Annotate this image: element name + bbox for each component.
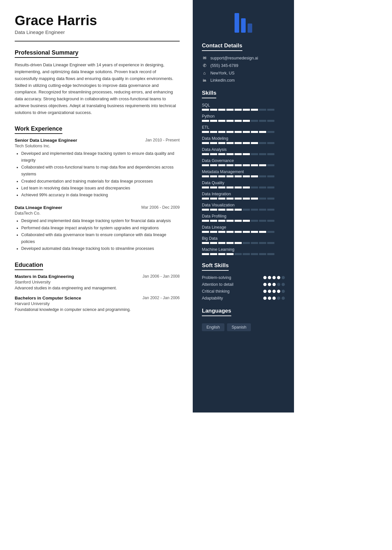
skill-segment (210, 142, 217, 144)
skill-segment (202, 242, 209, 244)
contact-section: Contact Details ✉ support@resumedesign.a… (202, 42, 285, 83)
bullet: Collaborated with data governance team t… (21, 232, 180, 246)
contact-location: ⌂ NewYork, US (202, 71, 285, 75)
bullet: Achieved 99% accuracy in data lineage tr… (21, 192, 180, 199)
logo-area (202, 10, 285, 33)
skill-segment (210, 186, 217, 188)
candidate-name: Grace Harris (15, 13, 180, 28)
skill-segment (235, 153, 242, 155)
skill-segment (218, 186, 225, 188)
skill-segment (243, 253, 250, 255)
skill-segment (267, 220, 274, 222)
skill-segment (267, 242, 274, 244)
edu-dates-1: Jan 2006 - Jan 2008 (142, 274, 180, 279)
skill-segment (251, 231, 258, 233)
skill-item: Metadata Management (202, 170, 285, 177)
skill-segment (210, 198, 217, 200)
skill-item: Data Governance (202, 158, 285, 166)
soft-skills-list: Problem-solvingAttention to detailCritic… (202, 275, 285, 300)
skill-name: Data Modeling (202, 136, 285, 141)
languages-title: Languages (202, 308, 231, 316)
skill-segment (251, 253, 258, 255)
skill-segment (259, 198, 266, 200)
skill-segment (202, 175, 209, 177)
skill-bar (202, 231, 285, 233)
skill-segment (235, 142, 242, 144)
edu-school-2: Harvard University (15, 301, 180, 306)
skill-item: ETL (202, 125, 285, 133)
dots-row (263, 276, 285, 279)
skill-bar (202, 142, 285, 144)
bullet: Created documentation and training mater… (21, 178, 180, 185)
dot (272, 290, 276, 293)
skill-segment (210, 164, 217, 166)
skill-segment (235, 109, 242, 111)
skill-segment (235, 209, 242, 211)
skill-segment (202, 120, 209, 122)
skill-segment (267, 231, 274, 233)
soft-skill-item: Critical thinking (202, 289, 285, 294)
skill-name: Data Quality (202, 181, 285, 185)
skill-segment (218, 109, 225, 111)
skill-segment (267, 164, 274, 166)
skill-segment (259, 164, 266, 166)
skill-segment (226, 120, 234, 122)
contact-title: Contact Details (202, 42, 242, 51)
job-bullets-2: Designed and implemented data lineage tr… (15, 218, 180, 252)
skill-segment (243, 209, 250, 211)
bar-short (248, 24, 252, 33)
skill-segment (267, 120, 274, 122)
skill-segment (226, 131, 234, 133)
phone-icon: ✆ (202, 63, 207, 68)
dot (268, 290, 271, 293)
edu-degree-1: Masters in Data Engineering (15, 274, 74, 279)
skill-bar (202, 131, 285, 133)
dot (263, 276, 267, 279)
skill-segment (251, 220, 258, 222)
skill-name: SQL (202, 103, 285, 107)
skill-segment (259, 175, 266, 177)
skill-name: Data Integration (202, 192, 285, 196)
edu-school-1: Stanford University (15, 280, 180, 284)
skill-segment (210, 131, 217, 133)
job-header-1: Senior Data Lineage Engineer Jan 2010 - … (15, 138, 180, 143)
skill-item: Data Modeling (202, 136, 285, 144)
skill-segment (226, 153, 234, 155)
skill-segment (251, 109, 258, 111)
skill-segment (235, 198, 242, 200)
skill-segment (218, 209, 225, 211)
skill-segment (202, 209, 209, 211)
email-icon: ✉ (202, 56, 207, 60)
bullet: Developed and implemented data lineage t… (21, 150, 180, 164)
skill-segment (218, 175, 225, 177)
bullet: Collaborated with cross-functional teams… (21, 164, 180, 178)
edu-entry-1: Masters in Data Engineering Jan 2006 - J… (15, 274, 180, 290)
skill-segment (218, 242, 225, 244)
skill-item: Data Integration (202, 192, 285, 200)
skill-item: Python (202, 114, 285, 122)
skill-segment (251, 209, 258, 211)
soft-skill-item: Problem-solving (202, 275, 285, 280)
dots-row (263, 290, 285, 293)
skill-segment (202, 109, 209, 111)
skill-name: Machine Learning (202, 247, 285, 252)
bar-medium (241, 18, 246, 33)
linkedin-icon: in (202, 78, 207, 82)
job-header-2: Data Lineage Engineer Mar 2006 - Dec 200… (15, 205, 180, 210)
skill-segment (251, 242, 258, 244)
dot (268, 283, 271, 286)
skill-segment (251, 120, 258, 122)
contact-email: ✉ support@resumedesign.ai (202, 56, 285, 60)
skill-bar (202, 209, 285, 211)
skills-list: SQLPythonETLData ModelingData AnalysisDa… (202, 103, 285, 255)
work-experience-section: Work Experience Senior Data Lineage Engi… (15, 125, 180, 252)
skill-bar (202, 242, 285, 244)
skill-segment (218, 120, 225, 122)
skill-segment (243, 220, 250, 222)
skill-segment (226, 220, 234, 222)
skill-segment (226, 175, 234, 177)
skill-segment (267, 209, 274, 211)
dot (277, 297, 280, 300)
skill-segment (267, 142, 274, 144)
contact-phone-text: (555) 345-6789 (210, 63, 238, 68)
